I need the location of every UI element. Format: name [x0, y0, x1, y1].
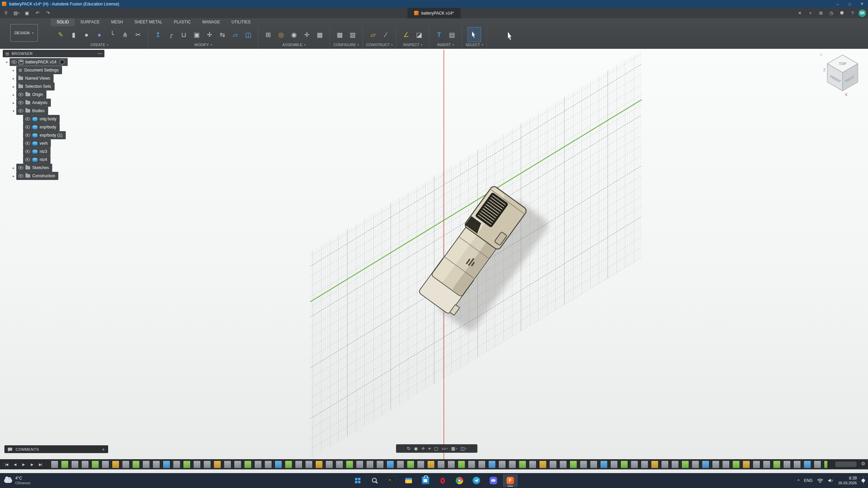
ribbon-tab-mesh[interactable]: MESH	[105, 18, 129, 26]
timeline-feature-10-feature[interactable]	[142, 461, 150, 468]
timeline-feature-18-feature[interactable]	[224, 461, 231, 468]
timeline-feature-68-sketch[interactable]	[732, 461, 740, 468]
clock[interactable]: 8:39 26.03.2026	[838, 476, 857, 486]
browser-item-niz3[interactable]: niz3	[3, 148, 104, 155]
ribbon-tab-sheet-metal[interactable]: SHEET METAL	[129, 18, 168, 26]
search-button[interactable]	[367, 474, 382, 487]
pipe-icon[interactable]: ╰	[106, 27, 119, 42]
timeline-feature-59-feature[interactable]	[641, 461, 648, 468]
timeline-feature-61-feature[interactable]	[661, 461, 669, 468]
document-tab[interactable]: batteryPACK v14*	[408, 8, 461, 18]
tree-expand-icon[interactable]: ▸	[11, 85, 16, 88]
timeline-feature-2-sketch[interactable]	[61, 461, 68, 468]
move-icon[interactable]: ✛	[203, 27, 216, 42]
browser-item-exp-body-1[interactable]: exp/body (1)	[3, 131, 104, 139]
browser-item-named-views[interactable]: ▸Named Views	[3, 75, 104, 82]
timeline-feature-51-feature[interactable]	[559, 461, 567, 468]
timeline-feature-19-feature[interactable]	[234, 461, 241, 468]
terminal-app[interactable]	[384, 474, 399, 487]
visibility-eye-icon[interactable]	[25, 158, 30, 161]
store-app[interactable]	[418, 474, 433, 487]
timeline-feature-70-feature[interactable]	[753, 461, 760, 468]
tree-expand-icon[interactable]: ▸	[11, 77, 16, 80]
ribbon-tab-manage[interactable]: MANAGE	[197, 18, 226, 26]
timeline-feature-24-sketch[interactable]	[285, 461, 292, 468]
browser-item-sketches[interactable]: ▸Sketches	[3, 164, 104, 171]
timeline-feature-65-body[interactable]	[702, 461, 709, 468]
trim-icon[interactable]: ✂	[132, 27, 144, 42]
close-tab-icon[interactable]: ✕	[795, 9, 804, 18]
look-at-icon[interactable]: ◉	[413, 445, 419, 452]
timeline-feature-71-feature[interactable]	[763, 461, 770, 468]
comments-panel[interactable]: COMMENTS +	[4, 445, 108, 453]
ribbon-tab-solid[interactable]: SOLID	[51, 18, 75, 26]
timeline-feature-63-sketch[interactable]	[682, 461, 689, 468]
job-status-icon[interactable]: ◷	[827, 9, 836, 18]
timeline-feature-74-feature[interactable]	[793, 461, 801, 468]
timeline-feature-34-body[interactable]	[387, 461, 394, 468]
ribbon-tab-utilities[interactable]: UTILITIES	[226, 18, 256, 26]
ribbon-group-label[interactable]: INSPECT▾	[403, 43, 422, 47]
section-analysis-icon[interactable]: ◪	[413, 27, 426, 42]
start-button[interactable]	[350, 474, 365, 487]
timeline-feature-69-construct[interactable]	[743, 461, 750, 468]
timeline-settings-icon[interactable]: ⚙	[861, 461, 865, 466]
browser-item-origin[interactable]: ▸Origin	[3, 91, 104, 98]
browser-item-selection-sets[interactable]: ▸Selection Sets	[3, 83, 104, 90]
timeline-feature-32-feature[interactable]	[366, 461, 374, 468]
visibility-eye-icon[interactable]	[18, 93, 23, 96]
visibility-eye-icon[interactable]	[18, 101, 23, 104]
ribbon-group-label[interactable]: SELECT▾	[466, 43, 483, 47]
timeline-feature-17-construct[interactable]	[214, 461, 221, 468]
ribbon-tab-surface[interactable]: SURFACE	[75, 18, 105, 26]
visibility-eye-icon[interactable]	[25, 134, 30, 137]
timeline-feature-22-feature[interactable]	[264, 461, 272, 468]
browser-item-verh[interactable]: verh	[3, 140, 104, 147]
orbit-icon[interactable]: ↻	[406, 445, 412, 452]
timeline-feature-25-feature[interactable]	[295, 461, 302, 468]
timeline-feature-62-feature[interactable]	[671, 461, 679, 468]
timeline-feature-7-construct[interactable]	[112, 461, 119, 468]
timeline-feature-64-feature[interactable]	[692, 461, 699, 468]
visibility-eye-icon[interactable]	[25, 142, 30, 145]
replace-face-icon[interactable]: ▱	[229, 27, 242, 42]
workspace-selector[interactable]: DESIGN ▾	[10, 24, 38, 42]
browser-item-bodies[interactable]: ▾Bodies	[3, 107, 104, 115]
go-to-start-icon[interactable]: |◀	[3, 461, 10, 468]
timeline-feature-48-feature[interactable]	[529, 461, 536, 468]
timeline-feature-11-feature[interactable]	[153, 461, 160, 468]
timeline-feature-75-body[interactable]	[804, 461, 811, 468]
visibility-eye-icon[interactable]	[18, 174, 23, 178]
timeline-feature-67-feature[interactable]	[722, 461, 730, 468]
add-comment-icon[interactable]: +	[102, 447, 105, 452]
timeline-feature-31-feature[interactable]	[356, 461, 363, 468]
close-button[interactable]: ✕	[856, 0, 868, 8]
timeline-feature-49-construct[interactable]	[539, 461, 547, 468]
tree-expand-icon[interactable]: ▸	[11, 174, 16, 178]
tree-expand-icon[interactable]: ▸	[11, 68, 16, 72]
notifications-icon[interactable]	[837, 9, 846, 18]
visibility-eye-icon[interactable]	[18, 109, 23, 113]
timeline-feature-53-feature[interactable]	[580, 461, 587, 468]
joint-icon[interactable]: ◎	[275, 27, 288, 42]
pattern-icon[interactable]: ⋔	[119, 27, 132, 42]
view-cube[interactable]: ⌂ TOP FRONT RIGHT Z X	[821, 52, 865, 97]
select-icon[interactable]	[468, 27, 481, 42]
save-icon[interactable]: ▣	[22, 9, 32, 18]
maximize-button[interactable]: □	[844, 0, 856, 8]
timeline-feature-72-sketch[interactable]	[773, 461, 781, 468]
visibility-eye-icon[interactable]	[18, 166, 23, 169]
language-indicator[interactable]: ENG	[804, 478, 813, 483]
timeline-feature-57-sketch[interactable]	[620, 461, 628, 468]
timeline-feature-73-feature[interactable]	[783, 461, 791, 468]
timeline-feature-9-sketch[interactable]	[132, 461, 140, 468]
fusion-app[interactable]	[503, 474, 518, 487]
timeline-feature-4-feature[interactable]	[81, 461, 89, 468]
timeline-feature-27-construct[interactable]	[315, 461, 323, 468]
timeline-feature-35-feature[interactable]	[397, 461, 404, 468]
timeline-feature-28-feature[interactable]	[326, 461, 333, 468]
app-menu-icon[interactable]: ⠿	[1, 9, 11, 18]
discord-app[interactable]	[486, 474, 501, 487]
browser-item-orig-body[interactable]: orig body	[3, 115, 104, 123]
fillet-icon[interactable]: ╭	[164, 27, 177, 42]
